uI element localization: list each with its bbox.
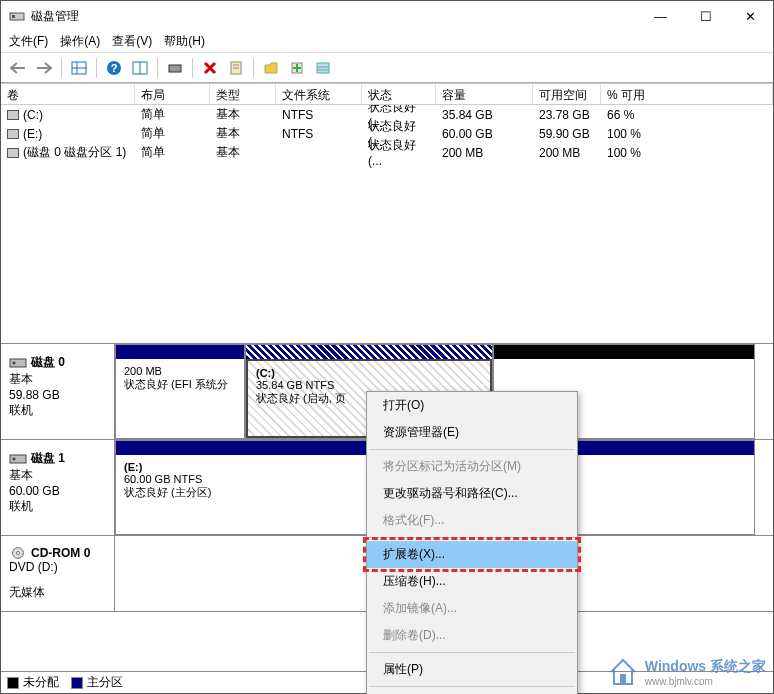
volume-list[interactable]: (C:)简单基本NTFS状态良好 (...35.84 GB23.78 GB66 … [1, 105, 773, 343]
context-menu-separator [369, 449, 575, 450]
legend-primary: 主分区 [71, 674, 123, 691]
watermark-text: Windows 系统之家 [645, 658, 766, 676]
app-icon [9, 8, 25, 24]
svg-point-20 [13, 457, 16, 460]
context-menu-item: 格式化(F)... [367, 507, 577, 534]
svg-point-18 [13, 361, 16, 364]
toolbar: ? [1, 53, 773, 83]
disk-info: CD-ROM 0 DVD (D:) 无媒体 [1, 536, 115, 611]
context-menu-item: 将分区标记为活动分区(M) [367, 453, 577, 480]
col-volume[interactable]: 卷 [1, 84, 135, 104]
forward-button[interactable] [33, 57, 55, 79]
watermark: Windows 系统之家 www.bjmlv.com [607, 656, 766, 688]
toolbar-separator [61, 58, 62, 78]
context-menu-item[interactable]: 更改驱动器号和路径(C)... [367, 480, 577, 507]
view-panel-button[interactable] [68, 57, 90, 79]
toolbar-separator [253, 58, 254, 78]
col-pct[interactable]: % 可用 [601, 84, 773, 104]
svg-point-22 [16, 551, 19, 554]
maximize-button[interactable]: ☐ [683, 1, 728, 31]
svg-text:?: ? [111, 62, 118, 74]
context-menu-item: 删除卷(D)... [367, 622, 577, 649]
properties-icon[interactable] [225, 57, 247, 79]
svg-rect-1 [12, 15, 15, 18]
context-menu-item[interactable]: 打开(O) [367, 392, 577, 419]
window-controls: — ☐ ✕ [638, 1, 773, 31]
delete-icon[interactable] [199, 57, 221, 79]
svg-rect-17 [10, 359, 26, 367]
context-menu-item[interactable]: 扩展卷(X)... [367, 541, 577, 568]
legend-unallocated: 未分配 [7, 674, 59, 691]
menubar: 文件(F) 操作(A) 查看(V) 帮助(H) [1, 31, 773, 53]
menu-view[interactable]: 查看(V) [112, 33, 152, 50]
svg-rect-19 [10, 455, 26, 463]
back-button[interactable] [7, 57, 29, 79]
svg-rect-9 [169, 65, 181, 72]
col-type[interactable]: 类型 [210, 84, 276, 104]
col-status[interactable]: 状态 [362, 84, 436, 104]
minimize-button[interactable]: — [638, 1, 683, 31]
list-icon[interactable] [312, 57, 334, 79]
table-row[interactable]: (磁盘 0 磁盘分区 1)简单基本状态良好 (...200 MB200 MB10… [1, 143, 773, 162]
refresh-button[interactable] [164, 57, 186, 79]
watermark-sub: www.bjmlv.com [645, 676, 766, 687]
context-menu-item: 添加镜像(A)... [367, 595, 577, 622]
new-icon[interactable] [286, 57, 308, 79]
context-menu-separator [369, 686, 575, 687]
partition[interactable]: 200 MB 状态良好 (EFI 系统分 [115, 344, 245, 439]
house-icon [607, 656, 639, 688]
menu-file[interactable]: 文件(F) [9, 33, 48, 50]
col-layout[interactable]: 布局 [135, 84, 210, 104]
menu-help[interactable]: 帮助(H) [164, 33, 205, 50]
toolbar-separator [96, 58, 97, 78]
context-menu-separator [369, 652, 575, 653]
col-capacity[interactable]: 容量 [436, 84, 533, 104]
folder-icon[interactable] [260, 57, 282, 79]
window-title: 磁盘管理 [31, 8, 638, 25]
help-button[interactable]: ? [103, 57, 125, 79]
disk-info: 磁盘 1 基本 60.00 GB 联机 [1, 440, 115, 535]
svg-rect-14 [317, 63, 329, 73]
toolbar-separator [192, 58, 193, 78]
close-button[interactable]: ✕ [728, 1, 773, 31]
menu-action[interactable]: 操作(A) [60, 33, 100, 50]
settings-panel-button[interactable] [129, 57, 151, 79]
toolbar-separator [157, 58, 158, 78]
context-menu-item[interactable]: 压缩卷(H)... [367, 568, 577, 595]
col-free[interactable]: 可用空间 [533, 84, 601, 104]
context-menu-item[interactable]: 属性(P) [367, 656, 577, 683]
context-menu-item[interactable]: 帮助(H) [367, 690, 577, 694]
titlebar: 磁盘管理 — ☐ ✕ [1, 1, 773, 31]
context-menu-item[interactable]: 资源管理器(E) [367, 419, 577, 446]
col-fs[interactable]: 文件系统 [276, 84, 362, 104]
context-menu: 打开(O)资源管理器(E)将分区标记为活动分区(M)更改驱动器号和路径(C)..… [366, 391, 578, 694]
volume-list-header: 卷 布局 类型 文件系统 状态 容量 可用空间 % 可用 [1, 83, 773, 105]
context-menu-separator [369, 537, 575, 538]
disk-info: 磁盘 0 基本 59.88 GB 联机 [1, 344, 115, 439]
svg-rect-23 [620, 674, 626, 684]
